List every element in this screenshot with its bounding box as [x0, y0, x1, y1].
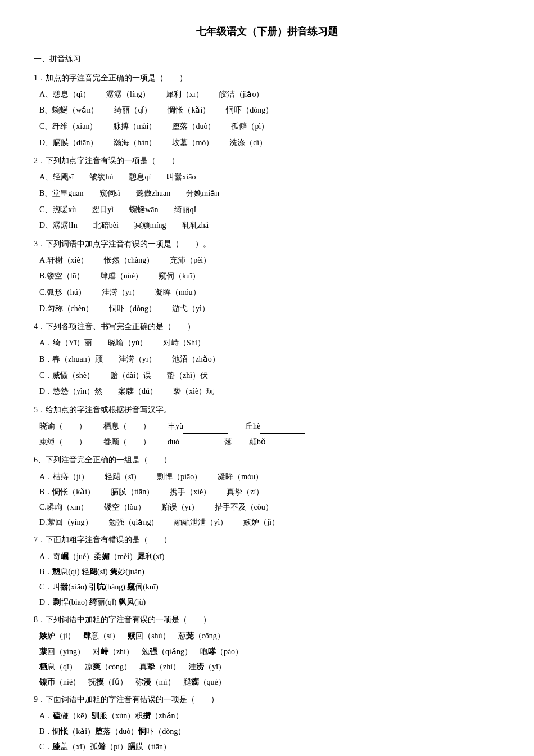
q2-optD: D、潺潺lIn 北碚bèi 冥顽míng 轧轧zhá	[39, 218, 209, 233]
q2-optB: B、堂皇guān 窥伺sì 懿傲zhuān 分娩miǎn	[39, 186, 219, 201]
q3-optD: D.匀称（chèn） 恫吓（dòng） 游弋（yì）	[39, 302, 210, 317]
q4-optA: A．绮（Yī）丽 晓喻（yù） 对峙（Shì）	[39, 336, 205, 351]
q8-optA: 嫉妒（jì） 肆意（sì） 赎回（shú） 葱茏（cōng）	[39, 629, 225, 643]
q4-optC: C．威慑（shè） 贻（dài）误 蛰（zhì）伏	[39, 368, 208, 384]
q7-optA: A．奇崛（jué）柔媚（mèi）犀利(xī)	[39, 550, 164, 564]
q5-item6: 眷顾（ ）	[103, 435, 151, 449]
section-label: 一、拼音练习	[34, 52, 500, 66]
q6-optB: B．惆怅（kǎi） 膈膜（tiān） 携手（xiě） 真挚（zì）	[39, 485, 264, 499]
q4-optD: D．慹慹（yìn）然 案牍（dú） 亵（xiè）玩	[39, 384, 214, 399]
q2-optA: A、轻飓sī 皱纹hú 憩息qì 叫嚣xiāo	[39, 170, 196, 185]
q4-optB: B．春（zhuān）顾 洼涝（yī） 池沼（zhǎo）	[39, 352, 220, 367]
question-4: 4．下列各项注音、书写完全正确的是（ ） A．绮（Yī）丽 晓喻（yù） 对峙（…	[34, 320, 500, 399]
q9-optB: B．惆怅（kǎi）堕落（duò）恫吓（dòng）	[39, 724, 185, 739]
question-3: 3．下列词语中加点字注音有误的一项是（ ）。 A.轩榭（xiè） 怅然（chàn…	[34, 237, 500, 317]
q8-optC: 栖息（qī） 凉爽（cóng） 真挚（zhì） 洼涝（yī）	[39, 660, 226, 674]
q1-optD: D、膈膜（diān） 瀚海（hàn） 坟墓（mò） 洗涤（dí）	[39, 136, 267, 151]
question-4-num: 4．下列各项注音、书写完全正确的是（ ）	[34, 320, 500, 334]
question-5: 5．给加点的字注音或根据拼音写汉字。 晓谕（ ） 栖息（ ） 丰yù 丘hè 束…	[34, 403, 500, 450]
q9-optA: A．磕碰（kē）驯服（xùn）积攒（zhǎn）	[39, 709, 183, 723]
q5-item8: 颠bǒ	[249, 435, 311, 449]
q5-item4: 丘hè	[245, 419, 305, 434]
q5-item7: duò 落	[168, 435, 232, 449]
question-3-num: 3．下列词语中加点字注音有误的一项是（ ）。	[34, 237, 500, 251]
q9-optC: C．膝盖（xī）孤僻（pì）膈膜（tiān）	[39, 740, 171, 754]
question-8-num: 8．下列词语中加粗的字注音有误的一项是（ ）	[34, 613, 500, 627]
question-1-num: 1．加点的字注音完全正确的一项是（ ）	[34, 71, 500, 85]
q6-optA: A．枯痔（jì） 轻飓（sī） 剽悍（piāo） 凝眸（móu）	[39, 470, 263, 484]
q8-optB: 萦回（yíng） 对峙（zhì） 勉强（qiǎng） 咆哮（páo）	[39, 645, 243, 659]
question-6: 6、下列注音完全正确的一组是（ ） A．枯痔（jì） 轻飓（sī） 剽悍（piā…	[34, 453, 500, 529]
question-6-num: 6、下列注音完全正确的一组是（ ）	[34, 453, 500, 467]
q1-optC: C、纤维（xiān） 脉搏（mài） 堕落（duò） 孤僻（pì）	[39, 119, 269, 134]
question-5-num: 5．给加点的字注音或根据拼音写汉字。	[34, 403, 500, 417]
q5-item5: 束缚（ ）	[39, 435, 87, 449]
q5-item1: 晓谕（ ）	[39, 419, 87, 434]
question-1: 1．加点的字注音完全正确的一项是（ ） A、憩息（qì） 潺潺（líng） 犀利…	[34, 71, 500, 151]
q8-optD: 镍币（niè） 抚摸（fǔ） 弥漫（mí） 腿瘸（qué）	[39, 675, 226, 689]
q5-item2: 栖息（ ）	[103, 419, 151, 434]
q1-optB: B、蜿蜒（wǎn） 绮丽（qǐ） 惆怅（kǎi） 恫吓（dòng）	[39, 103, 273, 118]
question-8: 8．下列词语中加粗的字注音有误的一项是（ ） 嫉妒（jì） 肆意（sì） 赎回（…	[34, 613, 500, 689]
q1-optA: A、憩息（qì） 潺潺（líng） 犀利（xī） 皎洁（jiǎo）	[39, 87, 264, 102]
q7-optD: D．剽悍(biāo) 绮丽(qǐ) 飒风(jù)	[39, 595, 146, 609]
q3-optC: C.弧形（hú） 洼涝（yī） 凝眸（móu）	[39, 285, 201, 300]
q3-optB: B.镂空（lū） 肆虐（nüè） 窥伺（kuī）	[39, 269, 200, 284]
q6-optD: D.萦回（yíng） 勉强（qiǎng） 融融泄泄（yì） 嫉妒（jì）	[39, 515, 279, 529]
question-9: 9．下面词语中加粗的字注音有错误的一项是（ ） A．磕碰（kē）驯服（xùn）积…	[34, 692, 500, 756]
q7-optB: B．憩息(qì) 轻飓(sī) 隽妙(juàn)	[39, 565, 144, 579]
q3-optA: A.轩榭（xiè） 怅然（chàng） 充沛（pèi）	[39, 253, 211, 268]
question-2: 2．下列加点字注音有误的一项是（ ） A、轻飓sī 皱纹hú 憩息qì 叫嚣xi…	[34, 154, 500, 233]
question-7: 7．下面加粗字注音有错误的是（ ） A．奇崛（jué）柔媚（mèi）犀利(xī)…	[34, 533, 500, 609]
question-2-num: 2．下列加点字注音有误的一项是（ ）	[34, 154, 500, 168]
q5-item3: 丰yù	[168, 419, 228, 434]
q6-optC: C.嶙峋（xīn） 镂空（lòu） 贻误（yī） 措手不及（còu）	[39, 500, 273, 514]
question-7-num: 7．下面加粗字注音有错误的是（ ）	[34, 533, 500, 547]
question-9-num: 9．下面词语中加粗的字注音有错误的一项是（ ）	[34, 692, 500, 706]
q2-optC: C、煦暖xù 翌日yì 蜿蜒wān 绮丽qǐ	[39, 202, 196, 218]
q7-optC: C．叫嚣(xiāo) 引吭(háng) 窥伺(kuī)	[39, 580, 159, 594]
page-title: 七年级语文（下册）拼音练习题	[34, 22, 500, 40]
